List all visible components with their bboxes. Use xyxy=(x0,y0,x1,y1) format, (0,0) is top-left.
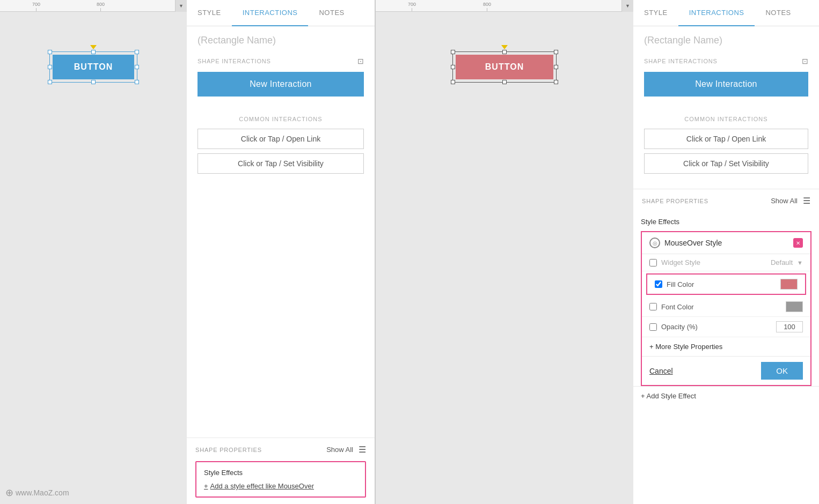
font-color-swatch[interactable] xyxy=(786,301,803,312)
handle-mr[interactable] xyxy=(135,65,139,69)
mouseover-style-row: ◎ MouseOver Style ✕ xyxy=(642,232,810,254)
left-button[interactable]: BUTTON xyxy=(53,55,134,79)
handle-bc[interactable] xyxy=(91,80,96,84)
tab-notes-right[interactable]: NOTES xyxy=(755,0,801,26)
widget-style-row: Widget Style Default ▼ xyxy=(642,254,810,271)
mouseover-circle-icon: ◎ xyxy=(649,238,660,248)
tab-style-left[interactable]: STYLE xyxy=(187,0,232,26)
right-canvas: 700 800 ▼ xyxy=(376,0,633,504)
left-shape-props-label: SHAPE PROPERTIES xyxy=(195,447,262,453)
ok-btn[interactable]: OK xyxy=(761,362,803,380)
left-tabs-row: STYLE INTERACTIONS NOTES xyxy=(187,0,375,26)
mouseover-popup: ◎ MouseOver Style ✕ Widget Style Default… xyxy=(641,231,811,386)
fill-color-row: Fill Color xyxy=(647,275,805,294)
ruler-mark-800: 800 xyxy=(97,2,105,7)
fill-color-swatch[interactable] xyxy=(780,279,798,290)
left-props-panel: STYLE INTERACTIONS NOTES (Rectangle Name… xyxy=(187,0,375,504)
handle-br[interactable] xyxy=(135,80,139,84)
add-style-effect-label[interactable]: + Add Style Effect xyxy=(641,392,696,400)
plus-icon-left: + xyxy=(204,482,208,490)
right-handle-tc[interactable] xyxy=(502,50,507,54)
right-click-open-link-btn[interactable]: Click or Tap / Open Link xyxy=(644,129,808,149)
right-tabs-row: STYLE INTERACTIONS NOTES xyxy=(633,0,819,26)
left-add-style-link[interactable]: + Add a style effect like MouseOver xyxy=(204,482,357,490)
left-style-effects-title: Style Effects xyxy=(204,469,357,477)
right-show-all-link[interactable]: Show All xyxy=(771,197,798,205)
watermark-left: ⊕ www.MaoZ.com xyxy=(5,487,69,499)
left-canvas: 700 800 ▼ xyxy=(0,0,187,504)
left-interactions-icon[interactable]: ⊡ xyxy=(357,57,364,65)
right-handle-bl[interactable] xyxy=(451,80,455,84)
right-new-interaction-btn[interactable]: New Interaction xyxy=(644,72,808,97)
right-half: 700 800 ▼ xyxy=(376,0,819,504)
tab-interactions-right[interactable]: INTERACTIONS xyxy=(678,0,755,26)
triangle-marker-left xyxy=(90,45,97,49)
fill-color-label: Fill Color xyxy=(667,280,780,288)
right-handle-bc[interactable] xyxy=(502,80,507,84)
ruler-mark-800-right: 800 xyxy=(483,2,491,7)
ruler-mark-700-right: 700 xyxy=(408,2,416,7)
right-handle-mr[interactable] xyxy=(554,65,558,69)
right-rect-name: (Rectangle Name) xyxy=(633,26,819,48)
mouseover-label: MouseOver Style xyxy=(664,239,793,247)
right-button[interactable]: BUTTON xyxy=(456,55,553,79)
font-color-label: Font Color xyxy=(661,303,786,311)
left-shape-interactions-header: SHAPE INTERACTIONS ⊡ xyxy=(187,48,375,68)
right-shape-interactions-header: SHAPE INTERACTIONS ⊡ xyxy=(633,48,819,68)
right-interactions-icon[interactable]: ⊡ xyxy=(802,57,808,65)
cancel-ok-row: Cancel OK xyxy=(642,356,810,385)
tab-notes-left[interactable]: NOTES xyxy=(308,0,355,26)
left-shape-interactions-label: SHAPE INTERACTIONS xyxy=(198,58,271,64)
app-container: 700 800 ▼ xyxy=(0,0,819,504)
more-style-link[interactable]: + More Style Properties xyxy=(642,337,810,356)
font-color-checkbox[interactable] xyxy=(649,303,657,310)
ruler-dropdown[interactable]: ▼ xyxy=(175,0,187,12)
left-new-interaction-btn[interactable]: New Interaction xyxy=(198,72,364,97)
handle-ml[interactable] xyxy=(48,65,52,69)
handle-tr[interactable] xyxy=(135,50,139,54)
widget-style-dropdown-icon[interactable]: ▼ xyxy=(797,260,803,266)
left-rect-name: (Rectangle Name) xyxy=(187,26,375,48)
right-menu-icon[interactable]: ☰ xyxy=(803,196,810,206)
ruler-mark-700: 700 xyxy=(32,2,40,7)
opacity-input[interactable] xyxy=(776,321,803,332)
handle-bl[interactable] xyxy=(48,80,52,84)
right-shape-interactions-label: SHAPE INTERACTIONS xyxy=(644,58,718,64)
widget-style-value: Default xyxy=(771,258,793,266)
left-click-open-link-btn[interactable]: Click or Tap / Open Link xyxy=(198,129,364,149)
right-ruler: 700 800 ▼ xyxy=(376,0,633,12)
right-handle-br[interactable] xyxy=(554,80,558,84)
right-handle-ml[interactable] xyxy=(451,65,455,69)
opacity-checkbox[interactable] xyxy=(649,323,657,331)
mouseover-close-btn[interactable]: ✕ xyxy=(793,238,803,248)
left-shape-props-actions: Show All ☰ xyxy=(326,444,366,455)
right-click-set-visibility-btn[interactable]: Click or Tap / Set Visibility xyxy=(644,153,808,174)
handle-tc[interactable] xyxy=(91,50,96,54)
tab-interactions-left[interactable]: INTERACTIONS xyxy=(232,0,309,26)
add-style-effect-row[interactable]: + Add Style Effect xyxy=(633,386,819,405)
right-button-widget: BUTTON xyxy=(456,55,553,79)
left-show-all-link[interactable]: Show All xyxy=(326,446,353,454)
left-common-interactions-label: COMMON INTERACTIONS xyxy=(187,105,375,129)
fill-color-checkbox[interactable] xyxy=(655,280,662,288)
widget-style-checkbox[interactable] xyxy=(649,259,657,266)
opacity-label: Opacity (%) xyxy=(661,323,776,331)
right-common-interactions-label: COMMON INTERACTIONS xyxy=(633,105,819,129)
fill-color-highlighted-row: Fill Color xyxy=(646,273,806,295)
cancel-btn[interactable]: Cancel xyxy=(649,367,673,375)
left-click-set-visibility-btn[interactable]: Click or Tap / Set Visibility xyxy=(198,153,364,174)
handle-tl[interactable] xyxy=(48,50,52,54)
widget-style-label: Widget Style xyxy=(661,258,771,266)
left-shape-props-header: SHAPE PROPERTIES Show All ☰ xyxy=(187,438,375,461)
left-add-style-text[interactable]: Add a style effect like MouseOver xyxy=(210,482,314,490)
tab-style-right[interactable]: STYLE xyxy=(633,0,678,26)
right-style-effects-title: Style Effects xyxy=(641,218,811,226)
left-menu-icon[interactable]: ☰ xyxy=(359,444,366,455)
right-shape-props-label: SHAPE PROPERTIES xyxy=(642,198,708,204)
left-ruler: 700 800 ▼ xyxy=(0,0,187,12)
right-handle-tr[interactable] xyxy=(554,50,558,54)
right-handle-tl[interactable] xyxy=(451,50,455,54)
ruler-dropdown-right[interactable]: ▼ xyxy=(621,0,633,12)
right-props-panel: STYLE INTERACTIONS NOTES (Rectangle Name… xyxy=(633,0,819,504)
left-button-widget: BUTTON xyxy=(53,55,134,79)
